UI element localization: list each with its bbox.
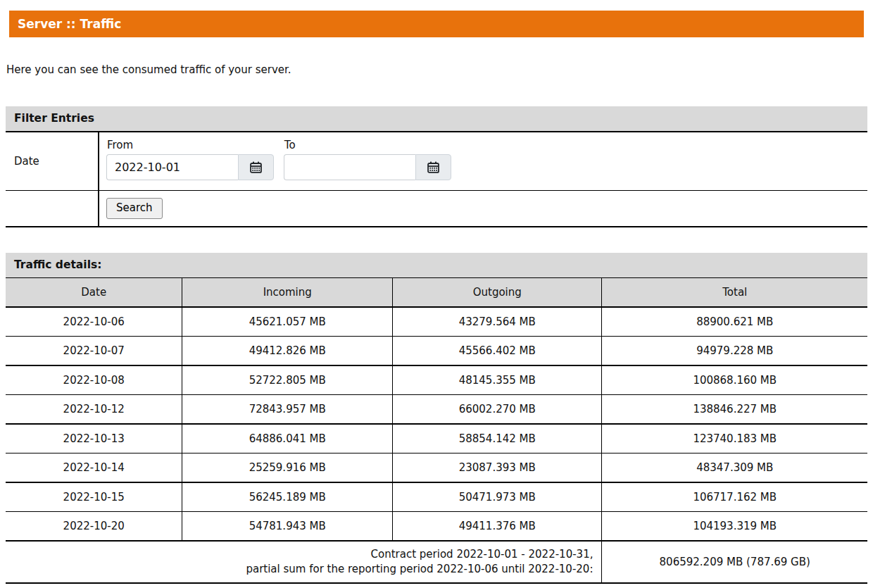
from-label: From (107, 139, 274, 152)
table-row: 2022-10-08 52722.805 MB 48145.355 MB 100… (6, 365, 867, 395)
cell-incoming: 64886.041 MB (182, 424, 393, 453)
table-row: 2022-10-07 49412.826 MB 45566.402 MB 949… (6, 337, 867, 366)
cell-incoming: 56245.189 MB (182, 482, 393, 512)
cell-total: 104193.319 MB (602, 512, 867, 542)
date-filter-label: Date (6, 132, 99, 191)
to-date-field-group: To (284, 139, 451, 180)
filter-empty-label-cell (6, 191, 99, 227)
cell-incoming: 49412.826 MB (182, 337, 393, 366)
search-button[interactable]: Search (106, 198, 163, 219)
cell-outgoing: 58854.142 MB (393, 424, 602, 453)
to-date-input[interactable] (284, 154, 415, 180)
page-title: Server :: Traffic (9, 11, 864, 37)
contract-period-line2: partial sum for the reporting period 202… (246, 563, 593, 575)
cell-date: 2022-10-08 (6, 365, 182, 395)
traffic-header-row: Date Incoming Outgoing Total (6, 278, 867, 308)
from-date-input[interactable] (106, 154, 238, 180)
contract-period-line1: Contract period 2022-10-01 - 2022-10-31, (371, 548, 593, 561)
traffic-panel: Traffic details: Date Incoming Outgoing … (6, 253, 867, 584)
to-calendar-button[interactable] (415, 154, 451, 180)
table-row: 2022-10-12 72843.957 MB 66002.270 MB 138… (6, 395, 867, 425)
traffic-table: Date Incoming Outgoing Total 2022-10-06 … (6, 277, 867, 584)
cell-outgoing: 49411.376 MB (393, 512, 602, 542)
cell-date: 2022-10-07 (6, 337, 182, 366)
cell-incoming: 45621.057 MB (182, 307, 393, 337)
calendar-icon (250, 161, 262, 173)
cell-total: 106717.162 MB (602, 482, 867, 512)
intro-text: Here you can see the consumed traffic of… (6, 63, 867, 77)
cell-total: 48347.309 MB (602, 453, 867, 483)
cell-incoming: 72843.957 MB (182, 395, 393, 425)
calendar-icon (427, 161, 439, 173)
cell-date: 2022-10-14 (6, 453, 182, 483)
table-row: 2022-10-13 64886.041 MB 58854.142 MB 123… (6, 424, 867, 453)
cell-outgoing: 43279.564 MB (393, 307, 602, 337)
filter-panel: Filter Entries Date From (6, 106, 867, 227)
column-header-incoming: Incoming (182, 278, 393, 308)
table-row: 2022-10-15 56245.189 MB 50471.973 MB 106… (6, 482, 867, 512)
filter-table: Date From (6, 131, 867, 227)
traffic-grand-total: 806592.209 MB (787.69 GB) (602, 541, 867, 583)
filter-section-header: Filter Entries (6, 106, 867, 131)
cell-outgoing: 66002.270 MB (393, 395, 602, 425)
cell-total: 100868.160 MB (602, 365, 867, 395)
from-date-field-group: From (106, 139, 274, 180)
column-header-total: Total (602, 278, 867, 308)
traffic-footer-row: Contract period 2022-10-01 - 2022-10-31,… (6, 541, 867, 583)
cell-date: 2022-10-15 (6, 482, 182, 512)
from-calendar-button[interactable] (238, 154, 274, 180)
cell-total: 88900.621 MB (602, 307, 867, 337)
table-row: 2022-10-20 54781.943 MB 49411.376 MB 104… (6, 512, 867, 542)
to-label: To (284, 139, 451, 152)
cell-date: 2022-10-06 (6, 307, 182, 337)
contract-period-note: Contract period 2022-10-01 - 2022-10-31,… (6, 541, 602, 583)
cell-total: 138846.227 MB (602, 395, 867, 425)
column-header-outgoing: Outgoing (393, 278, 602, 308)
traffic-table-body: 2022-10-06 45621.057 MB 43279.564 MB 889… (6, 307, 867, 541)
cell-incoming: 25259.916 MB (182, 453, 393, 483)
cell-outgoing: 45566.402 MB (393, 337, 602, 366)
table-row: 2022-10-06 45621.057 MB 43279.564 MB 889… (6, 307, 867, 337)
traffic-section-header: Traffic details: (6, 253, 867, 277)
cell-date: 2022-10-12 (6, 395, 182, 425)
table-row: 2022-10-14 25259.916 MB 23087.393 MB 483… (6, 453, 867, 483)
cell-total: 123740.183 MB (602, 424, 867, 453)
cell-incoming: 54781.943 MB (182, 512, 393, 542)
column-header-date: Date (6, 278, 182, 308)
cell-date: 2022-10-13 (6, 424, 182, 453)
cell-date: 2022-10-20 (6, 512, 182, 542)
cell-outgoing: 23087.393 MB (393, 453, 602, 483)
cell-incoming: 52722.805 MB (182, 365, 393, 395)
cell-total: 94979.228 MB (602, 337, 867, 366)
cell-outgoing: 50471.973 MB (393, 482, 602, 512)
cell-outgoing: 48145.355 MB (393, 365, 602, 395)
